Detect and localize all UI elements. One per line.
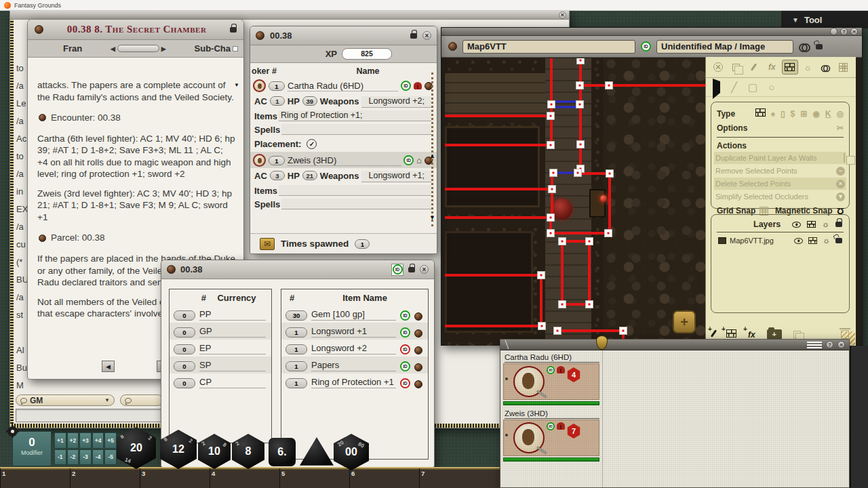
scissors-icon[interactable]: ✂ [837, 123, 844, 133]
map-canvas[interactable]: + [445, 58, 705, 346]
currency-qty-field[interactable]: 0 [174, 361, 195, 371]
hp-field[interactable]: 21 [302, 171, 317, 180]
help-icon[interactable]: ? [826, 341, 833, 348]
house-icon[interactable]: ⌂ [416, 157, 422, 165]
treasure-type-icon[interactable]: $ [791, 109, 795, 119]
occluder-overlay[interactable] [445, 58, 705, 346]
times-spawned-value[interactable]: 1 [355, 239, 370, 249]
story-orb-icon[interactable] [35, 25, 43, 34]
initiative-badge[interactable]: 4 [567, 367, 580, 382]
item-row[interactable]: 1PapersID [281, 357, 428, 373]
link-orb-icon[interactable] [39, 235, 46, 242]
compass-tab-icon[interactable] [710, 60, 726, 75]
modifier-button[interactable]: +1 [54, 432, 66, 449]
item-name-field[interactable]: Papers [311, 360, 396, 371]
slider-left-icon[interactable]: ◀ [111, 45, 115, 52]
modifier-button[interactable]: -2 [67, 449, 79, 466]
parcel-title-bar[interactable]: 00.38 ID × [161, 260, 434, 279]
currency-qty-field[interactable]: 0 [174, 378, 195, 388]
add-fx-layer-icon[interactable]: +fx [748, 329, 755, 340]
npc-name-field[interactable]: Cartha Radu (6HD) [288, 81, 398, 92]
layers-tab-icon[interactable] [728, 60, 744, 75]
xp-field[interactable]: 825 [342, 48, 392, 60]
tool-menu-dropdown[interactable]: ▼ Tool [781, 11, 868, 28]
add-paint-layer-icon[interactable]: + [713, 329, 715, 340]
lock-icon[interactable] [408, 267, 415, 272]
close-icon[interactable]: × [420, 265, 429, 274]
record-orb-icon[interactable] [414, 380, 422, 388]
pointer-tool-icon[interactable] [713, 81, 720, 93]
parcel-orb-icon[interactable] [167, 265, 176, 274]
grid-tab-icon[interactable] [835, 60, 852, 75]
action-button[interactable]: Duplicate Paint Layer As Walls [714, 152, 846, 164]
door-type-icon[interactable]: ▯ [781, 109, 785, 119]
helmet-icon[interactable] [414, 82, 422, 89]
light-tab-icon[interactable]: ☼ [800, 60, 816, 75]
item-name-field[interactable]: Longsword +1 [311, 326, 396, 338]
line-tool-icon[interactable]: ╱ [731, 81, 737, 94]
scroll-rope[interactable]: ▲ ▼ [431, 73, 433, 226]
eye-icon[interactable] [792, 222, 801, 228]
tracker-title-bar[interactable]: ╲ ? × [500, 340, 849, 350]
record-orb-icon[interactable] [414, 363, 422, 371]
id-badge[interactable]: ID [400, 327, 410, 338]
ac-field[interactable]: 1 [270, 96, 285, 106]
id-badge[interactable]: ID [403, 155, 414, 165]
currency-qty-field[interactable]: 0 [174, 327, 195, 338]
d20-die[interactable]: 208214 [117, 427, 156, 469]
modifier-button[interactable]: -4 [92, 449, 104, 466]
modifier-button[interactable]: +4 [92, 432, 104, 449]
items-field[interactable] [279, 185, 431, 196]
tracker-entry[interactable]: Cartha Radu (6HD)ID4 [502, 353, 601, 405]
modifier-button[interactable]: +2 [67, 432, 79, 449]
menu-icon[interactable] [807, 341, 822, 348]
map-id-badge[interactable]: ID [641, 41, 651, 52]
id-badge[interactable]: ID [547, 366, 555, 374]
token-portrait[interactable] [513, 422, 545, 453]
brush-tab-icon[interactable] [746, 60, 762, 75]
helmet-icon[interactable] [557, 422, 565, 430]
id-badge[interactable]: ID [400, 361, 410, 371]
walls-tab-icon[interactable] [782, 60, 798, 75]
link-orb-icon[interactable] [39, 114, 46, 121]
close-icon[interactable]: × [837, 341, 845, 348]
text-type-icon[interactable]: K [825, 109, 831, 119]
npc-name-field[interactable]: Zweis (3HD) [288, 155, 401, 166]
action-button[interactable]: Remove Selected Points− [714, 165, 846, 177]
close-icon[interactable]: × [422, 31, 431, 40]
item-qty-field[interactable]: 1 [285, 361, 307, 371]
light-icon[interactable]: ☼ [823, 236, 830, 245]
slider-right-icon[interactable]: ▶ [161, 45, 166, 52]
modifier-box[interactable]: 0 Modifier [12, 431, 52, 466]
rectangle-tool-icon[interactable]: ▢ [748, 81, 757, 94]
tree-type-icon[interactable]: ♠ [771, 109, 775, 119]
currency-qty-field[interactable]: 0 [174, 310, 195, 321]
encounter-orb-icon[interactable] [256, 31, 264, 40]
unlock-icon[interactable] [835, 238, 842, 243]
walls-icon[interactable] [807, 221, 816, 228]
mask-tab-icon[interactable] [818, 60, 834, 75]
record-orb-icon[interactable] [414, 329, 422, 338]
chat-input[interactable] [16, 409, 161, 422]
modifier-button[interactable]: -5 [104, 449, 117, 466]
copy-layer-icon[interactable] [793, 331, 801, 338]
d6-die[interactable]: 6. [269, 438, 296, 466]
action-button[interactable]: Simplify Selected Occluders▼ [714, 190, 846, 203]
slider-thumb[interactable] [117, 45, 159, 52]
item-qty-field[interactable]: 1 [285, 327, 307, 338]
radial-menu-icon[interactable] [830, 28, 837, 35]
modifier-button[interactable]: +5 [104, 432, 117, 449]
modifier-button[interactable]: -1 [54, 449, 66, 466]
illusion-type-icon[interactable]: ◉ [812, 109, 819, 119]
weapons-field[interactable]: Longsword +2; [361, 96, 431, 108]
item-qty-field[interactable]: 1 [285, 378, 307, 388]
circle-tool-icon[interactable]: ○ [768, 81, 774, 93]
story-title-bar[interactable]: 00.38 8. The Secret Chamber [28, 20, 243, 40]
spells-field[interactable] [281, 199, 431, 209]
item-qty-field[interactable]: 30 [285, 310, 307, 321]
token-icon[interactable] [253, 154, 266, 167]
modifier-button[interactable]: +3 [79, 432, 92, 449]
item-row[interactable]: 1Longsword +1ID [281, 323, 428, 340]
id-badge[interactable]: ID [401, 81, 411, 91]
story-link[interactable]: Encounter: 00.38 [51, 112, 121, 124]
